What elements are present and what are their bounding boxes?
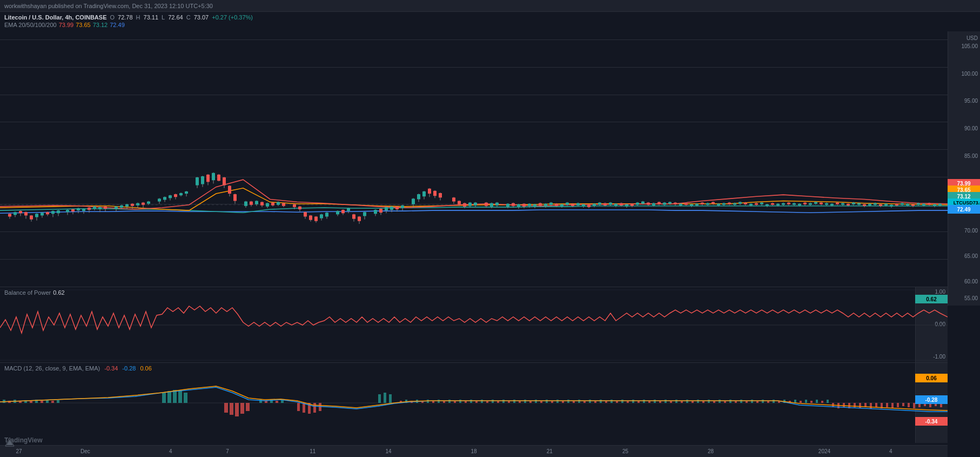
svg-rect-22	[66, 210, 69, 212]
svg-rect-128	[390, 207, 393, 210]
svg-rect-86	[260, 202, 264, 206]
macd-badge-red: -0.34	[915, 417, 948, 426]
svg-rect-359	[230, 403, 233, 415]
svg-rect-246	[733, 203, 736, 205]
svg-rect-234	[701, 203, 704, 204]
macd-panel: MACD (12, 26, close, 9, EMA, EMA) -0.34 …	[0, 362, 948, 442]
macd-val1: -0.34	[104, 365, 118, 372]
svg-rect-224	[674, 203, 677, 204]
svg-rect-74	[223, 177, 226, 185]
svg-rect-298	[874, 203, 877, 205]
svg-rect-248	[739, 202, 742, 204]
svg-rect-387	[459, 400, 461, 403]
svg-rect-126	[385, 207, 388, 210]
svg-rect-210	[636, 203, 639, 205]
macd-badge-orange: 0.06	[915, 374, 948, 382]
svg-rect-458	[843, 403, 845, 407]
svg-rect-140	[428, 189, 431, 194]
svg-rect-254	[755, 203, 758, 205]
price-axis: USD 105.00 100.00 95.00 90.00 85.00 80.0…	[948, 31, 980, 306]
svg-rect-292	[857, 203, 861, 205]
svg-rect-464	[875, 403, 877, 407]
svg-rect-170	[528, 204, 531, 206]
svg-rect-200	[609, 203, 612, 205]
svg-rect-130	[395, 207, 399, 209]
svg-rect-468	[897, 403, 899, 407]
svg-rect-385	[448, 400, 451, 403]
macd-label: MACD (12, 26, close, 9, EMA, EMA)	[4, 365, 100, 372]
svg-rect-100	[304, 212, 307, 216]
svg-rect-44	[131, 204, 134, 206]
svg-rect-443	[762, 400, 764, 403]
published-info: workwithshayan published on TradingView.…	[4, 3, 213, 9]
svg-rect-296	[868, 204, 871, 206]
svg-rect-144	[439, 193, 442, 197]
svg-rect-451	[805, 400, 807, 403]
svg-rect-238	[711, 202, 715, 204]
svg-rect-102	[309, 215, 312, 220]
svg-rect-439	[740, 400, 742, 403]
svg-rect-461	[859, 403, 861, 408]
svg-rect-222	[668, 202, 672, 204]
date-label-4: 4	[169, 448, 172, 454]
svg-rect-192	[587, 205, 590, 207]
main-chart[interactable]	[0, 31, 948, 306]
ohlc-row: Litecoin / U.S. Dollar, 4h, COINBASE O 7…	[4, 14, 976, 21]
svg-rect-356	[178, 391, 182, 403]
svg-rect-56	[169, 195, 172, 198]
svg-rect-174	[539, 203, 542, 206]
svg-rect-132	[401, 206, 404, 208]
svg-rect-240	[717, 204, 720, 206]
svg-rect-282	[830, 204, 834, 206]
svg-rect-220	[663, 203, 666, 205]
svg-rect-250	[744, 203, 747, 204]
ema200-val: 72.49	[110, 22, 125, 28]
svg-rect-260	[771, 203, 774, 205]
svg-rect-68	[206, 175, 210, 182]
svg-rect-375	[389, 394, 392, 403]
svg-rect-433	[708, 400, 710, 403]
svg-rect-393	[492, 400, 494, 403]
date-label-27: 27	[16, 448, 22, 454]
svg-text:70.00: 70.00	[964, 228, 978, 234]
svg-rect-208	[630, 204, 634, 206]
svg-rect-383	[438, 400, 440, 403]
svg-rect-347	[30, 401, 32, 403]
svg-rect-138	[422, 191, 426, 196]
svg-rect-351	[51, 401, 54, 403]
svg-rect-230	[690, 204, 693, 206]
svg-rect-358	[224, 403, 228, 413]
svg-rect-304	[890, 205, 893, 207]
date-label-28: 28	[708, 448, 714, 454]
macd-chart	[0, 363, 948, 443]
svg-text:95.00: 95.00	[964, 98, 978, 104]
svg-rect-276	[814, 202, 817, 204]
svg-rect-417	[621, 400, 623, 403]
svg-rect-429	[686, 400, 688, 403]
svg-rect-401	[535, 400, 537, 403]
svg-rect-110	[336, 211, 339, 214]
svg-rect-106	[320, 214, 323, 218]
svg-rect-470	[908, 403, 910, 407]
svg-rect-290	[852, 203, 855, 204]
svg-rect-84	[255, 201, 258, 204]
svg-rect-367	[281, 400, 284, 403]
svg-rect-395	[502, 400, 505, 403]
svg-rect-407	[567, 400, 569, 403]
svg-rect-226	[679, 204, 682, 206]
chart-header: Litecoin / U.S. Dollar, 4h, COINBASE O 7…	[0, 12, 980, 31]
svg-rect-454	[821, 401, 823, 403]
svg-rect-413	[600, 400, 602, 403]
svg-rect-421	[643, 400, 645, 403]
svg-rect-403	[546, 400, 548, 403]
svg-rect-162	[506, 204, 509, 207]
svg-rect-54	[163, 197, 166, 200]
svg-rect-266	[787, 203, 790, 204]
svg-text:65.00: 65.00	[964, 253, 978, 259]
svg-rect-435	[719, 400, 721, 403]
svg-rect-60	[179, 193, 183, 195]
svg-rect-120	[363, 212, 366, 216]
svg-rect-374	[384, 393, 386, 403]
svg-rect-50	[147, 202, 150, 204]
bop-panel: Balance of Power 0.62 1.00 0.00 -1.00 0.…	[0, 287, 948, 362]
